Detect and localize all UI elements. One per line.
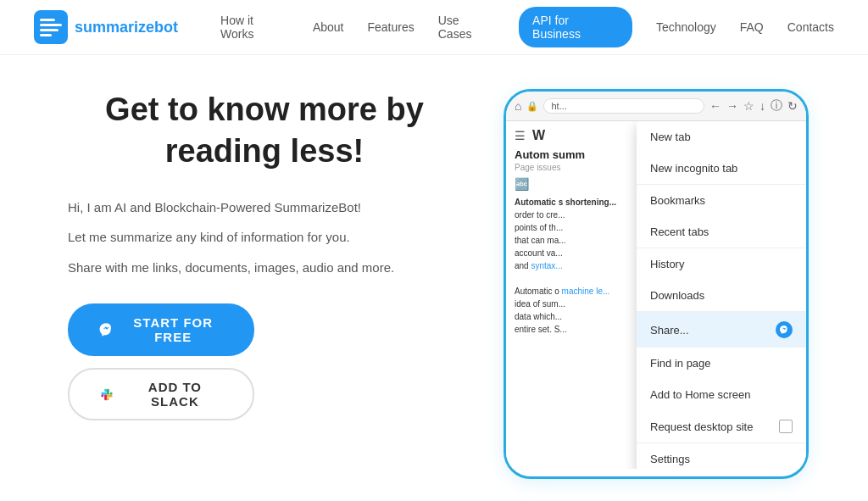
hero-desc-3: Share with me links, documents, images, …: [68, 257, 461, 279]
dropdown-item-bookmarks[interactable]: Bookmarks: [637, 185, 806, 216]
svg-rect-3: [40, 29, 58, 31]
browser-content: ☰ W Autom summ Page issues 🔤 Automatic s…: [506, 121, 806, 469]
body-link-syntax[interactable]: syntax...: [531, 261, 562, 270]
logo-text: summarizebot: [75, 19, 178, 36]
dropdown-item-recent-tabs[interactable]: Recent tabs: [637, 216, 806, 248]
nav-item-faq[interactable]: FAQ: [740, 20, 764, 34]
hero-desc-2: Let me summarize any kind of information…: [68, 226, 461, 248]
refresh-icon[interactable]: ↻: [787, 99, 798, 113]
download-icon[interactable]: ↓: [760, 99, 765, 113]
dropdown-item-settings[interactable]: Settings: [637, 443, 806, 469]
nav-item-how-it-works[interactable]: How it Works: [220, 14, 289, 41]
nav-item-contacts[interactable]: Contacts: [787, 20, 834, 34]
home-icon[interactable]: ⌂: [515, 99, 521, 113]
info-icon[interactable]: ⓘ: [771, 98, 782, 114]
dropdown-item-incognito[interactable]: New incognito tab: [637, 153, 806, 184]
dropdown-item-add-home[interactable]: Add to Home screen: [637, 379, 806, 410]
request-desktop-checkbox[interactable]: [779, 420, 793, 433]
nav-item-features[interactable]: Features: [367, 20, 414, 34]
nav-item-use-cases[interactable]: Use Cases: [438, 14, 495, 41]
back-icon[interactable]: ←: [709, 99, 721, 113]
context-dropdown-menu: New tab New incognito tab Bookmarks Rece…: [637, 121, 806, 469]
star-icon[interactable]: ☆: [743, 99, 754, 113]
svg-rect-1: [40, 19, 55, 21]
nav-item-about[interactable]: About: [313, 20, 344, 34]
url-text: ht...: [551, 101, 566, 111]
dropdown-item-downloads[interactable]: Downloads: [637, 280, 806, 311]
wikipedia-logo: W: [532, 128, 545, 143]
start-button-label: START FOR FREE: [122, 315, 224, 344]
body-bold: Automatic s shortening...: [515, 198, 616, 207]
dropdown-item-new-tab[interactable]: New tab: [637, 121, 806, 153]
hamburger-icon[interactable]: ☰: [515, 129, 526, 142]
logo-area[interactable]: summarizebot: [34, 10, 178, 44]
main-nav: How it Works About Features Use Cases AP…: [220, 7, 834, 47]
hero-desc-1: Hi, I am AI and Blockchain-Powered Summa…: [68, 197, 461, 219]
hero-title: Get to know more by reading less!: [68, 89, 461, 173]
add-to-slack-button[interactable]: ADD TO SLACK: [68, 368, 254, 420]
buttons-area: START FOR FREE ADD TO SLA: [68, 303, 461, 420]
svg-rect-2: [40, 24, 62, 26]
forward-icon[interactable]: →: [726, 99, 738, 113]
right-content: ⌂ 🔒 ht... ← → ☆ ↓ ⓘ ↻ ☰ W Autom summ Pa: [495, 89, 817, 479]
dropdown-item-request-desktop[interactable]: Request desktop site: [637, 410, 806, 443]
body-link-ml[interactable]: machine le...: [562, 287, 610, 296]
svg-rect-4: [40, 34, 52, 36]
svg-rect-0: [34, 10, 68, 44]
nav-item-technology[interactable]: Technology: [656, 20, 716, 34]
dropdown-item-find-in-page[interactable]: Find in page: [637, 348, 806, 379]
browser-bar: ⌂ 🔒 ht... ← → ☆ ↓ ⓘ ↻: [506, 92, 806, 121]
share-messenger-icon: [776, 321, 793, 338]
messenger-icon: [98, 320, 114, 339]
slack-button-label: ADD TO SLACK: [125, 380, 225, 409]
phone-mockup: ⌂ 🔒 ht... ← → ☆ ↓ ⓘ ↻ ☰ W Autom summ Pa: [504, 89, 809, 479]
secure-icon: 🔒: [526, 101, 538, 112]
start-for-free-button[interactable]: START FOR FREE: [68, 303, 254, 356]
left-content: Get to know more by reading less! Hi, I …: [68, 89, 461, 420]
slack-icon: [97, 384, 116, 404]
translate-icon[interactable]: 🔤: [515, 177, 529, 191]
dropdown-item-history[interactable]: History: [637, 248, 806, 280]
nav-item-api-for-business[interactable]: API for Business: [519, 7, 632, 47]
dropdown-item-share[interactable]: Share...: [637, 312, 806, 348]
logo-icon: [34, 10, 68, 44]
url-bar[interactable]: ht...: [543, 98, 704, 114]
